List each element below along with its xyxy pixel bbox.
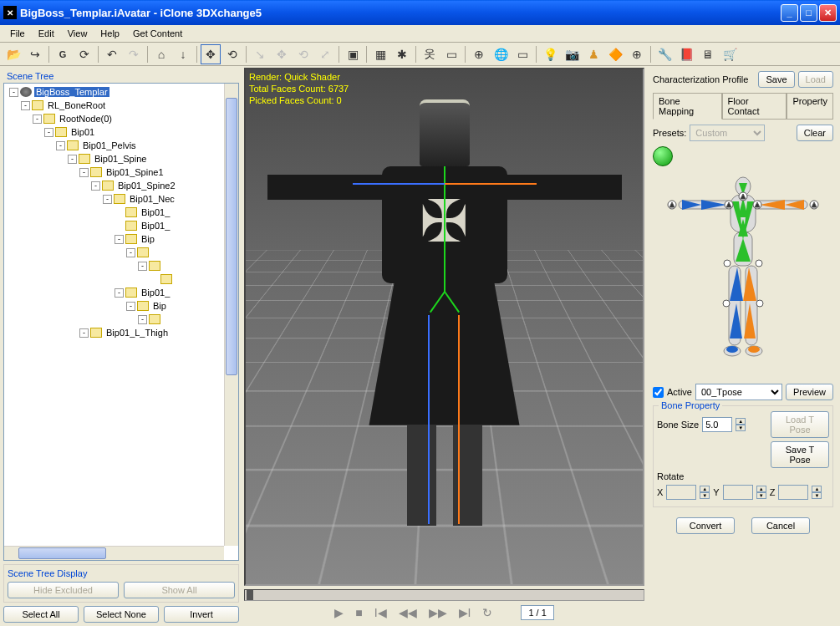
globe2-icon[interactable]: ⊕ bbox=[627, 44, 647, 64]
tool5-icon[interactable]: ↘ bbox=[250, 44, 270, 64]
bone-size-input[interactable] bbox=[702, 417, 732, 432]
tab-property[interactable]: Property bbox=[787, 93, 833, 119]
center-icon[interactable]: ⊕ bbox=[469, 44, 489, 64]
play-icon[interactable]: ▶ bbox=[334, 606, 344, 619]
tree-node[interactable]: Bip01_ bbox=[6, 206, 237, 219]
down-icon[interactable]: ↓ bbox=[173, 44, 193, 64]
expand-icon[interactable]: - bbox=[44, 128, 53, 137]
select-all-button[interactable]: Select All bbox=[3, 606, 79, 623]
camera-icon[interactable]: 📷 bbox=[562, 44, 582, 64]
tree-node[interactable]: -Bip01_Nec bbox=[6, 192, 237, 206]
tree-scrollbar-v[interactable] bbox=[224, 84, 238, 546]
rotate-x-input[interactable] bbox=[666, 485, 696, 500]
tree-node[interactable]: - bbox=[6, 246, 237, 259]
show-all-button[interactable]: Show All bbox=[124, 582, 235, 598]
rotate-y-spinner[interactable]: ▲▼ bbox=[756, 486, 766, 499]
expand-icon[interactable]: - bbox=[126, 302, 135, 311]
expand-icon[interactable]: - bbox=[103, 195, 112, 204]
expand-icon[interactable]: - bbox=[115, 288, 124, 298]
export-icon[interactable]: ↪ bbox=[25, 44, 45, 64]
tree-node[interactable]: -RootNode(0) bbox=[6, 112, 237, 125]
panel2-icon[interactable]: ▭ bbox=[512, 44, 532, 64]
tree-node[interactable]: -Bip01_Pelvis bbox=[6, 139, 237, 152]
expand-icon[interactable]: - bbox=[21, 101, 30, 110]
viewport-3d[interactable]: Render: Quick Shader Total Faces Count: … bbox=[244, 68, 644, 586]
tree-node[interactable]: -Bip01 bbox=[6, 125, 237, 139]
minimize-button[interactable]: _ bbox=[781, 4, 798, 22]
refresh-icon[interactable]: ⟳ bbox=[74, 44, 94, 64]
save-button[interactable]: Save bbox=[758, 71, 794, 88]
menu-get-content[interactable]: Get Content bbox=[126, 27, 189, 40]
move-icon[interactable]: ✥ bbox=[201, 44, 221, 64]
loop-icon[interactable]: ↻ bbox=[482, 606, 492, 619]
redo-icon[interactable]: ↷ bbox=[124, 44, 144, 64]
user-icon[interactable]: ♟ bbox=[583, 44, 603, 64]
invert-button[interactable]: Invert bbox=[164, 606, 239, 623]
expand-icon[interactable]: - bbox=[91, 181, 100, 191]
home-icon[interactable]: ⌂ bbox=[151, 44, 171, 64]
presets-select[interactable]: Custom bbox=[690, 125, 765, 141]
device-icon[interactable]: 🖥 bbox=[698, 44, 718, 64]
expand-icon[interactable]: - bbox=[115, 235, 124, 244]
rotate-icon[interactable]: ⟲ bbox=[222, 44, 242, 64]
tree-node[interactable]: -BigBoss_Templar bbox=[6, 85, 237, 99]
marketplace-icon[interactable]: 🛒 bbox=[720, 44, 740, 64]
expand-icon[interactable]: - bbox=[138, 315, 147, 324]
tree-node[interactable]: - bbox=[6, 313, 237, 326]
save-tpose-button[interactable]: Save T Pose bbox=[771, 441, 829, 468]
timeline-slider[interactable] bbox=[244, 589, 644, 601]
tab-floor-contact[interactable]: Floor Contact bbox=[722, 93, 787, 119]
clear-button[interactable]: Clear bbox=[797, 125, 833, 141]
tab-bone-mapping[interactable]: Bone Mapping bbox=[653, 93, 722, 120]
tool8-icon[interactable]: ⤢ bbox=[315, 44, 335, 64]
undo-icon[interactable]: ↶ bbox=[102, 44, 122, 64]
expand-icon[interactable]: - bbox=[33, 115, 42, 124]
expand-icon[interactable]: - bbox=[79, 328, 89, 338]
expand-icon[interactable]: - bbox=[56, 141, 65, 150]
select-none-button[interactable]: Select None bbox=[84, 606, 159, 623]
first-icon[interactable]: I◀ bbox=[374, 606, 387, 619]
expand-icon[interactable]: - bbox=[126, 248, 135, 257]
load-tpose-button[interactable]: Load T Pose bbox=[771, 411, 829, 438]
book-icon[interactable]: 📕 bbox=[676, 44, 696, 64]
tree-node[interactable]: -Bip01_L_Thigh bbox=[6, 326, 237, 339]
tree-node[interactable]: Bip01_ bbox=[6, 219, 237, 232]
figure-icon[interactable]: 옷 bbox=[420, 44, 440, 64]
tree-node[interactable]: -Bip bbox=[6, 299, 237, 313]
stop-icon[interactable]: ■ bbox=[355, 606, 362, 619]
open-icon[interactable]: 📂 bbox=[3, 44, 23, 64]
bulb-icon[interactable]: 💡 bbox=[540, 44, 560, 64]
close-button[interactable]: ✕ bbox=[819, 4, 837, 22]
tree-node[interactable] bbox=[6, 272, 237, 286]
maximize-button[interactable]: □ bbox=[800, 4, 817, 22]
tool6-icon[interactable]: ✥ bbox=[272, 44, 292, 64]
tree-node[interactable]: -Bip01_Spine1 bbox=[6, 165, 237, 179]
menu-help[interactable]: Help bbox=[94, 27, 126, 40]
tree-node[interactable]: - bbox=[6, 259, 237, 272]
preview-button[interactable]: Preview bbox=[786, 384, 833, 400]
menu-edit[interactable]: Edit bbox=[32, 27, 61, 40]
g-icon[interactable]: G bbox=[53, 44, 73, 64]
expand-icon[interactable]: - bbox=[9, 88, 18, 97]
scene-tree[interactable]: -BigBoss_Templar-RL_BoneRoot-RootNode(0)… bbox=[3, 83, 239, 561]
wrench-icon[interactable]: 🔧 bbox=[654, 44, 675, 64]
load-button[interactable]: Load bbox=[798, 71, 833, 88]
expand-icon[interactable]: - bbox=[138, 262, 147, 271]
bone-figure[interactable] bbox=[664, 171, 822, 380]
panel-icon[interactable]: ▭ bbox=[441, 44, 461, 64]
axis-icon[interactable]: ✱ bbox=[392, 44, 412, 64]
convert-button[interactable]: Convert bbox=[676, 517, 735, 534]
rotate-z-input[interactable] bbox=[778, 485, 808, 500]
menu-view[interactable]: View bbox=[61, 27, 94, 40]
hide-excluded-button[interactable]: Hide Excluded bbox=[8, 582, 119, 598]
last-icon[interactable]: ▶I bbox=[459, 606, 471, 619]
tree-node[interactable]: -RL_BoneRoot bbox=[6, 99, 237, 112]
rotate-y-input[interactable] bbox=[723, 485, 753, 500]
expand-icon[interactable]: - bbox=[79, 168, 89, 177]
active-checkbox[interactable] bbox=[653, 387, 664, 398]
tree-node[interactable]: -Bip bbox=[6, 232, 237, 246]
next-icon[interactable]: ▶▶ bbox=[429, 606, 447, 619]
prop-icon[interactable]: 🔶 bbox=[605, 44, 625, 64]
bone-size-spinner[interactable]: ▲▼ bbox=[736, 418, 746, 431]
tree-node[interactable]: -Bip01_Spine bbox=[6, 152, 237, 165]
